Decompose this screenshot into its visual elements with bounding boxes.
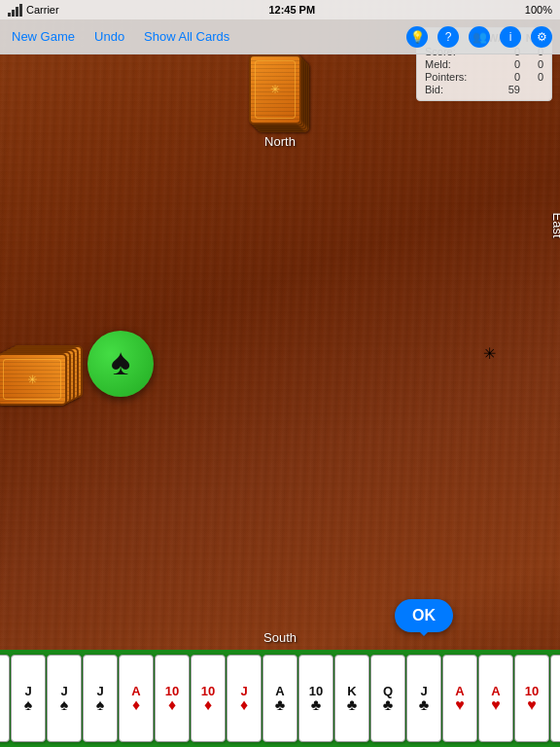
trump-circle: ♠ — [88, 331, 154, 397]
hand-card[interactable]: K♥ — [550, 655, 560, 742]
hand-card[interactable]: 10♦ — [155, 655, 190, 742]
meld-label: Meld: — [425, 58, 497, 70]
hand-card[interactable]: Q♣ — [370, 655, 405, 742]
east-deck: ✳ — [483, 344, 556, 403]
hand-card[interactable]: J♠ — [83, 655, 118, 742]
carrier-label: Carrier — [26, 4, 59, 16]
status-carrier: Carrier — [8, 4, 59, 17]
status-time: 12:45 PM — [268, 4, 315, 16]
bid-label: Bid: — [425, 84, 497, 95]
bid-row: Bid: 59 — [425, 84, 543, 95]
toolbar-icon-group: 💡 ? 👥 i ⚙ — [406, 26, 552, 48]
west-card-stack: ✳ — [4, 344, 77, 403]
meld-we-val: 0 — [497, 58, 520, 70]
hand-card[interactable]: 10♥ — [514, 655, 549, 742]
bid-ns-val — [520, 84, 543, 95]
north-card-stack: ✳ — [249, 54, 311, 134]
status-battery: 100% — [525, 4, 552, 16]
players-icon[interactable]: 👥 — [469, 26, 490, 48]
hand-card[interactable]: J♦ — [227, 655, 262, 742]
pointers-label: Pointers: — [425, 71, 497, 83]
undo-button[interactable]: Undo — [90, 27, 128, 46]
toolbar: New Game Undo Show All Cards 💡 ? 👥 i ⚙ — [0, 19, 560, 54]
west-deck: ✳ — [4, 344, 77, 403]
hand-card[interactable]: K♠ — [0, 655, 10, 742]
hand-card[interactable]: K♣ — [334, 655, 369, 742]
north-deck: ✳ — [249, 54, 311, 134]
hand-card[interactable]: J♣ — [406, 655, 441, 742]
hand-card[interactable]: J♠ — [11, 655, 46, 742]
ok-button[interactable]: OK — [395, 599, 453, 632]
show-all-cards-button[interactable]: Show All Cards — [140, 27, 233, 46]
east-card-stack: ✳ East — [483, 344, 556, 403]
help-icon[interactable]: ? — [438, 26, 459, 48]
hand-card[interactable]: A♥ — [478, 655, 513, 742]
hand-area: A♠K♠J♠J♠J♠A♦10♦10♦J♦A♣10♣K♣Q♣J♣A♥A♥10♥K♥… — [0, 650, 560, 747]
lightbulb-icon[interactable]: 💡 — [406, 26, 428, 48]
ok-bubble[interactable]: OK — [395, 599, 453, 632]
pointers-row: Pointers: 0 0 — [425, 71, 543, 83]
meld-ns-val: 0 — [520, 58, 543, 70]
hand-card[interactable]: A♣ — [262, 655, 298, 742]
hand-card[interactable]: 10♦ — [191, 655, 226, 742]
meld-row: Meld: 0 0 — [425, 58, 543, 70]
hand-card[interactable]: J♠ — [47, 655, 82, 742]
status-bar: Carrier 12:45 PM 100% — [0, 0, 560, 19]
new-game-button[interactable]: New Game — [8, 27, 79, 46]
trump-indicator: ♠ — [88, 331, 156, 399]
pointers-ns-val: 0 — [520, 71, 543, 83]
hand-card[interactable]: A♥ — [442, 655, 477, 742]
north-label: North — [264, 134, 296, 149]
signal-icon — [8, 4, 22, 17]
bid-we-val: 59 — [497, 84, 520, 95]
gear-icon[interactable]: ⚙ — [531, 26, 552, 48]
east-label: East — [550, 212, 560, 237]
trump-suit-symbol: ♠ — [111, 343, 130, 380]
hand-card[interactable]: 10♣ — [298, 655, 333, 742]
pointers-we-val: 0 — [497, 71, 520, 83]
south-label: South — [263, 630, 297, 645]
info-icon[interactable]: i — [500, 26, 521, 48]
hand-card[interactable]: A♦ — [119, 655, 154, 742]
